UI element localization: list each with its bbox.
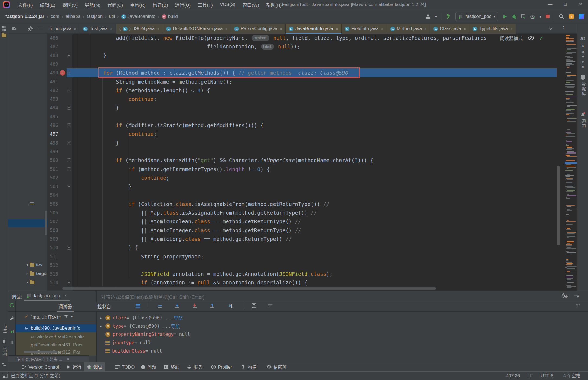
tool-window-button-构建[interactable]: 构建 <box>238 362 259 372</box>
notifications-bell-icon[interactable] <box>580 112 585 117</box>
line-number-511[interactable]: 511 <box>47 252 58 261</box>
add-watch-icon[interactable]: + <box>565 294 568 300</box>
stop-icon[interactable] <box>545 14 550 19</box>
line-number-502[interactable]: 502 <box>47 173 58 182</box>
variable-row-builderClass[interactable]: builderClass = null <box>97 347 588 355</box>
expand-icon[interactable]: ▸ <box>100 316 105 320</box>
line-number-500[interactable]: 500 <box>47 156 58 165</box>
maven-icon[interactable]: m <box>580 34 585 41</box>
menu-重构R[interactable]: 重构(R) <box>127 1 148 9</box>
hide-panel-icon[interactable]: — <box>38 25 43 31</box>
line-number-498[interactable]: 498 <box>47 139 58 147</box>
bookmark-flag-icon[interactable] <box>2 339 6 344</box>
database-strip-label[interactable]: 数据库 <box>581 82 586 96</box>
menu-构建B[interactable]: 构建(B) <box>150 1 171 9</box>
profiler-icon[interactable] <box>530 14 535 19</box>
chevron-down-icon[interactable]: ▾ <box>71 315 73 319</box>
tool-window-button-运行[interactable]: 运行 <box>64 362 84 372</box>
variable-row-type[interactable]: ▸p type = {Class@590} ... 导航 <box>97 322 588 330</box>
line-number-507[interactable]: 507 <box>47 217 58 226</box>
breadcrumb-item-JavaBeanInfo[interactable]: CJavaBeanInfo <box>121 14 156 19</box>
frame-row[interactable]: build:490, JavaBeanInfo <box>16 324 96 332</box>
line-number-508[interactable]: 508 <box>47 226 58 235</box>
database-icon[interactable] <box>581 75 585 80</box>
code-editor[interactable]: 4864874884894904914924934944954964974984… <box>47 34 557 291</box>
close-icon[interactable]: × <box>225 27 227 31</box>
editor-tab-n_poc.java[interactable]: n_poc.java× <box>46 24 80 34</box>
tool-window-button-Profiler[interactable]: Profiler <box>208 362 235 372</box>
pause-icon[interactable] <box>10 340 14 345</box>
tool-window-button-服务[interactable]: 服务 <box>184 362 205 372</box>
layout-settings-icon[interactable] <box>267 304 273 308</box>
project-tree-item[interactable] <box>8 200 47 208</box>
menu-文件F[interactable]: 文件(F) <box>15 1 36 9</box>
locate-file-icon[interactable] <box>11 26 17 31</box>
line-number-514[interactable]: 514 <box>47 278 58 287</box>
evaluate-expression-input[interactable]: 对表达式求值(Enter)或添加监视(Ctrl+Shift+Enter) + ▾ <box>96 291 588 302</box>
fold-close-icon[interactable]: ˄ <box>67 185 71 188</box>
step-out-icon[interactable] <box>210 303 215 308</box>
reader-mode-label[interactable]: 阅读器模式 <box>500 35 523 41</box>
line-number-504[interactable]: 504 <box>47 191 58 199</box>
line-number-486[interactable]: 486 <box>47 34 58 42</box>
menu-代码C[interactable]: 代码(C) <box>105 1 126 9</box>
code-minimap[interactable] <box>565 34 577 291</box>
line-number-494[interactable]: 494 <box>47 103 58 112</box>
project-selection-row[interactable] <box>8 219 47 227</box>
tool-window-button-Version Control[interactable]: Version Control <box>19 362 62 372</box>
editor-tab-Method.java[interactable]: CMethod.java× <box>387 24 430 34</box>
close-icon[interactable]: × <box>110 27 113 31</box>
kebab-menu-icon[interactable]: ⋮ <box>561 25 566 31</box>
line-separator[interactable]: LF <box>528 372 533 380</box>
tool-window-button-TODO[interactable]: TODO <box>112 362 137 372</box>
run-icon[interactable] <box>502 14 507 19</box>
menu-帮助H[interactable]: 帮助(H) <box>263 1 285 9</box>
tool-window-toggle-icon[interactable] <box>3 374 8 378</box>
line-number-495[interactable]: 495 <box>47 112 58 121</box>
resume-icon[interactable] <box>9 329 14 334</box>
breadcrumb-item-alibaba[interactable]: alibaba <box>66 14 80 19</box>
editor-tab-ParserConfig.java[interactable]: CParserConfig.java× <box>231 24 286 34</box>
fold-close-icon[interactable]: ˄ <box>67 106 71 110</box>
structure-icon[interactable] <box>2 363 6 366</box>
close-icon[interactable]: × <box>336 27 338 31</box>
variable-row-clazz[interactable]: ▸p clazz = {Class@590} ... 导航 <box>97 314 588 322</box>
breadcrumb-item-fastjson-1.2.24.jar[interactable]: fastjson-1.2.24.jar <box>5 14 44 19</box>
search-icon[interactable] <box>559 14 564 19</box>
tab-debugger[interactable]: 调试器 <box>58 303 72 310</box>
project-tree-item[interactable]: ▾ <box>8 278 47 286</box>
maven-strip-label[interactable]: Maven <box>581 44 585 70</box>
close-icon[interactable]: × <box>381 27 384 31</box>
chevron-down-icon[interactable]: ▾ <box>577 295 579 299</box>
step-into-icon[interactable] <box>175 303 179 308</box>
close-icon[interactable]: × <box>280 27 282 31</box>
chevron-down-icon[interactable]: ▾ <box>435 14 437 19</box>
navigate-link[interactable]: 导航 <box>174 315 183 321</box>
project-tool-icon[interactable] <box>2 26 6 31</box>
debug-icon[interactable] <box>512 14 517 19</box>
editor-tab-TypeUtils.java[interactable]: CTypeUtils.java× <box>469 24 516 34</box>
toolbox-icon[interactable] <box>579 14 584 19</box>
evaluate-expression-icon[interactable] <box>252 303 256 308</box>
close-icon[interactable]: × <box>74 27 76 31</box>
chevron-down-icon[interactable] <box>548 27 553 30</box>
tab-console[interactable]: 控制台 <box>97 303 111 310</box>
menu-导航N[interactable]: 导航(N) <box>82 1 103 9</box>
build-hammer-icon[interactable] <box>446 14 451 19</box>
editor-tab-DefaultJSONParser.java[interactable]: CDefaultJSONParser.java× <box>163 24 231 34</box>
coverage-icon[interactable] <box>521 14 526 19</box>
line-number-488[interactable]: 488 <box>47 51 58 60</box>
breadcrumb-item-fastjson[interactable]: fastjson <box>87 14 103 19</box>
close-icon[interactable]: × <box>67 357 69 361</box>
breadcrumb-item-build[interactable]: mbuild <box>162 14 178 19</box>
vertical-scrollbar-thumb[interactable] <box>557 166 560 245</box>
menu-运行U[interactable]: 运行(U) <box>172 1 194 9</box>
close-button[interactable]: ✕ <box>573 0 588 9</box>
fold-open-icon[interactable]: − <box>67 246 71 250</box>
settings-wrench-icon[interactable] <box>9 316 14 321</box>
close-icon[interactable]: × <box>463 27 466 31</box>
caret-position[interactable]: 497:26 <box>506 372 520 380</box>
fold-close-icon[interactable]: ˄ <box>67 54 71 57</box>
project-tree-item-tes[interactable]: ▾tes <box>8 261 47 269</box>
run-config-selector[interactable]: fastjson_poc▾ <box>455 12 498 21</box>
